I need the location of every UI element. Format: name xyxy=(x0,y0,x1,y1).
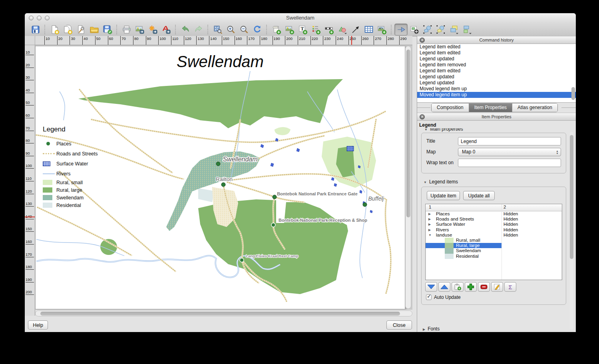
legend-title-input[interactable] xyxy=(458,137,561,145)
town-label: Swellendam xyxy=(223,156,257,163)
history-item[interactable]: Legend item edited xyxy=(417,50,576,56)
export-as-svg-button[interactable] xyxy=(146,24,159,36)
history-item[interactable]: Moved legend item up xyxy=(417,92,576,98)
history-item[interactable]: Legend item removed xyxy=(417,62,576,68)
history-item[interactable]: Legend updated xyxy=(417,56,576,62)
main-properties-section-header[interactable]: ▼Main properties xyxy=(424,128,504,132)
history-item[interactable]: Legend item edited xyxy=(417,44,576,50)
main-properties-group: Title Map Map 0 ▲▼ Wrap text on xyxy=(421,133,566,173)
ungroup-items-button[interactable] xyxy=(434,24,447,36)
legend-tree-row[interactable]: Rural, small xyxy=(426,238,562,243)
map-legend-item: Roads and Streets xyxy=(43,149,119,159)
save-as-template-button[interactable] xyxy=(101,24,114,36)
duplicate-composition-button[interactable] xyxy=(61,24,74,36)
add-new-map-button[interactable] xyxy=(270,24,283,36)
legend-tree-row[interactable]: Swellendam xyxy=(426,248,562,253)
map-select[interactable]: Map 0 ▲▼ xyxy=(458,148,561,156)
remove-item-button[interactable] xyxy=(478,282,490,292)
vertical-scroll-thumb[interactable] xyxy=(406,50,410,217)
legend-tree-row[interactable]: ▶PlacesHidden xyxy=(426,211,562,217)
composition-page[interactable]: Swellendam Swellendam Railton Bontebok N… xyxy=(35,46,405,309)
new-composition-button[interactable] xyxy=(48,24,61,36)
tab-atlas-generation[interactable]: Atlas generation xyxy=(512,103,557,112)
map-legend[interactable]: Legend PlacesRoads and StreetsSurface Wa… xyxy=(43,125,119,209)
fonts-section-header[interactable]: ▶Fonts xyxy=(423,326,440,332)
update-all-button[interactable]: Update all xyxy=(463,191,495,200)
swatch-symbol xyxy=(43,195,56,200)
move-item-down-button[interactable] xyxy=(425,282,437,292)
legend-tree-row[interactable]: ▼landuseHidden xyxy=(426,233,562,238)
history-item[interactable]: Legend item edited xyxy=(417,68,576,74)
align-selected-items-button[interactable] xyxy=(460,24,474,36)
close-button[interactable]: Close xyxy=(386,320,412,330)
add-group-button[interactable] xyxy=(452,282,464,292)
canvas-vertical-scrollbar[interactable] xyxy=(405,46,411,309)
command-history-header: ✕ Command history xyxy=(417,36,576,44)
print-button[interactable] xyxy=(120,24,133,36)
add-item-button[interactable] xyxy=(465,282,477,292)
add-image-button[interactable] xyxy=(283,24,296,36)
item-properties-scrollbar[interactable] xyxy=(570,132,573,330)
horizontal-scroll-thumb[interactable] xyxy=(40,312,400,316)
expand-triangle-icon[interactable]: ▶ xyxy=(428,223,431,226)
auto-update-checkbox[interactable]: ✓ xyxy=(426,294,432,300)
edit-item-button[interactable] xyxy=(491,282,503,292)
save-project-button[interactable] xyxy=(29,24,42,36)
tree-item-label: Rural, large xyxy=(456,243,480,249)
tree-item-value: Hidden xyxy=(503,217,518,222)
canvas-horizontal-scrollbar[interactable] xyxy=(35,310,412,316)
map-legend-label: Surface Water xyxy=(56,161,88,167)
add-html-frame-button[interactable]: </> xyxy=(375,24,388,36)
title-bar[interactable]: Swellendam xyxy=(25,13,576,22)
composer-canvas[interactable]: Swellendam Swellendam Railton Bontebok N… xyxy=(35,45,412,310)
ruler-corner xyxy=(25,36,35,45)
history-item[interactable]: Legend updated xyxy=(417,74,576,80)
expand-triangle-icon[interactable]: ▶ xyxy=(428,228,431,232)
legend-tree-row[interactable]: ▶Roads and StreetsHidden xyxy=(426,217,562,222)
export-as-pdf-button[interactable] xyxy=(159,24,173,36)
legend-tree-row[interactable]: ▶Surface WaterHidden xyxy=(426,222,562,227)
zoom-full-button[interactable] xyxy=(211,24,224,36)
legend-items-tree[interactable]: 1 2 ▶PlacesHidden▶Roads and StreetsHidde… xyxy=(425,204,562,280)
add-new-legend-button[interactable] xyxy=(309,24,322,36)
expand-triangle-icon[interactable]: ▶ xyxy=(428,217,431,221)
zoom-out-button[interactable] xyxy=(237,24,251,36)
toolbar-separator xyxy=(207,25,209,34)
composer-manager-button[interactable] xyxy=(74,24,88,36)
add-basic-shape-button[interactable] xyxy=(336,24,349,36)
legend-tree-row[interactable]: Residential xyxy=(426,254,562,259)
history-item[interactable]: Moved legend item up xyxy=(417,86,576,92)
wrap-text-input[interactable] xyxy=(458,159,561,167)
legend-items-section-header[interactable]: ▼Legend items xyxy=(424,179,458,185)
move-item-content-button[interactable] xyxy=(408,24,421,36)
load-from-template-button[interactable] xyxy=(88,24,101,36)
add-attribute-table-button[interactable] xyxy=(362,24,375,36)
expand-triangle-icon[interactable]: ▶ xyxy=(428,212,431,216)
refresh-view-button[interactable] xyxy=(251,24,264,36)
redo-button[interactable] xyxy=(192,24,205,36)
legend-tree-row[interactable]: ▶RiversHidden xyxy=(426,227,562,233)
legend-tree-row[interactable]: Rural, large xyxy=(426,243,562,248)
map-legend-label: Rivers xyxy=(56,171,70,177)
select-move-item-button[interactable] xyxy=(394,24,408,36)
group-items-button[interactable] xyxy=(421,24,434,36)
tab-composition[interactable]: Composition xyxy=(432,103,469,112)
add-arrow-button[interactable] xyxy=(349,24,362,36)
add-new-label-button[interactable]: T xyxy=(296,24,309,36)
export-as-image-button[interactable] xyxy=(133,24,146,36)
item-properties-scroll-thumb[interactable] xyxy=(570,135,573,259)
tab-item-properties[interactable]: Item Properties xyxy=(469,103,512,112)
raise-selected-items-button[interactable] xyxy=(447,24,460,36)
add-new-scalebar-button[interactable] xyxy=(322,24,336,36)
zoom-in-button[interactable] xyxy=(224,24,237,36)
history-item[interactable]: Legend updated xyxy=(417,80,576,86)
swatch-symbol xyxy=(43,187,56,193)
help-button[interactable]: Help xyxy=(28,320,48,330)
collapse-triangle-icon[interactable]: ▼ xyxy=(428,233,432,237)
count-features-button[interactable]: Σ xyxy=(504,282,516,292)
undo-button[interactable] xyxy=(179,24,192,36)
update-item-button[interactable]: Update item xyxy=(427,191,460,200)
move-item-up-button[interactable] xyxy=(438,282,450,292)
history-scroll-thumb[interactable] xyxy=(571,87,575,100)
ruler-tick: 100 xyxy=(158,36,166,45)
